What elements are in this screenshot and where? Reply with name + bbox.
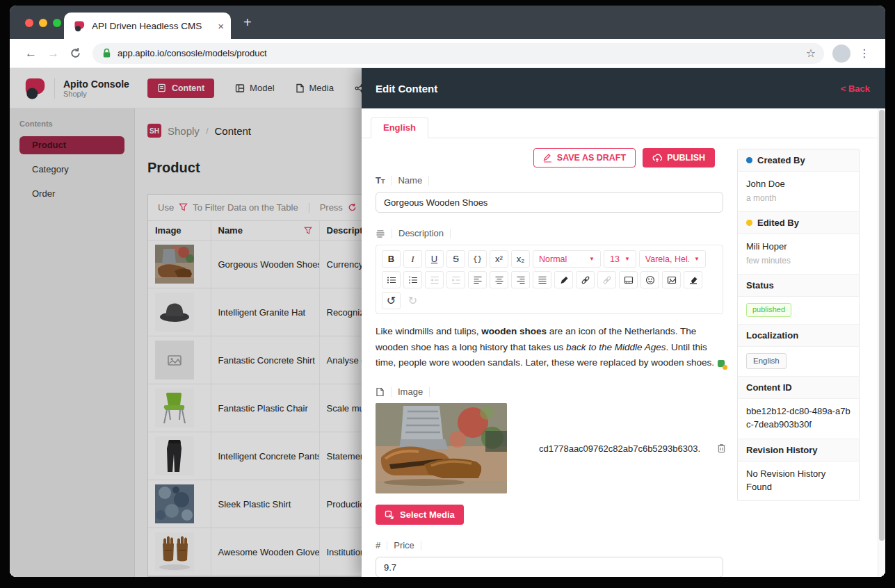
- font-size-select[interactable]: 13▼: [604, 250, 636, 268]
- drawer-actions: SAVE AS DRAFT PUBLISH: [362, 148, 715, 168]
- meta-header-text: Edited By: [757, 218, 799, 228]
- field-label-text: Description: [398, 228, 444, 238]
- back-icon[interactable]: ←: [25, 47, 37, 60]
- richtext-toolbar: B I U S {} x² x₂ Normal▼: [376, 245, 723, 314]
- select-media-icon: [385, 510, 394, 520]
- field-label-text: Name: [398, 175, 422, 186]
- divider: [387, 541, 387, 550]
- drawer-scrollbar[interactable]: [878, 108, 885, 577]
- tab-english[interactable]: English: [371, 117, 428, 138]
- drawer-header: Edit Content < Back: [362, 68, 885, 108]
- button-label: SAVE AS DRAFT: [557, 153, 626, 163]
- status-badge: published: [746, 303, 791, 317]
- grammar-assistant-icon[interactable]: [718, 360, 727, 370]
- insert-image-button[interactable]: [662, 271, 681, 288]
- italic-button[interactable]: I: [403, 250, 422, 268]
- divider: [450, 229, 451, 238]
- description-richtext[interactable]: Like windmills and tulips, wooden shoes …: [376, 324, 726, 371]
- edited-by-value: Mili Hoper few minutes: [738, 234, 859, 274]
- drawer-dim-overlay: [10, 68, 362, 577]
- select-media-button[interactable]: Select Media: [376, 505, 464, 525]
- status-value: published: [738, 297, 859, 324]
- name-input[interactable]: [376, 192, 723, 213]
- price-field-label: # Price: [376, 540, 723, 550]
- meta-header-text: Content ID: [746, 382, 792, 393]
- maximize-window-icon[interactable]: [53, 19, 61, 27]
- font-family-select[interactable]: Varela, Hel...▼: [639, 250, 706, 268]
- reload-icon[interactable]: [70, 47, 81, 59]
- delete-media-trash-icon[interactable]: [716, 443, 727, 454]
- ordered-list-button[interactable]: [403, 271, 422, 288]
- bold-button[interactable]: B: [382, 250, 401, 268]
- created-by-header: Created By: [738, 149, 859, 172]
- subscript-button[interactable]: x₂: [511, 250, 530, 268]
- unlink-button[interactable]: [597, 271, 616, 288]
- created-by-time: a month: [746, 193, 850, 204]
- text-type-icon: TT: [376, 175, 385, 186]
- emoji-button[interactable]: [640, 271, 659, 288]
- desc-run-bold: wooden shoes: [481, 326, 547, 336]
- underline-button[interactable]: U: [425, 250, 444, 268]
- select-value: Varela, Hel...: [645, 254, 689, 264]
- indent-button[interactable]: [446, 271, 465, 288]
- align-left-button[interactable]: [468, 271, 487, 288]
- new-tab-icon[interactable]: +: [243, 15, 252, 29]
- edited-by-header: Edited By: [738, 211, 859, 234]
- code-button[interactable]: {}: [468, 250, 487, 268]
- url-input[interactable]: app.apito.io/consosle/models/product ☆: [92, 43, 824, 64]
- justify-button[interactable]: [533, 271, 551, 288]
- divider: [421, 541, 421, 550]
- desc-run: Like windmills and tulips,: [376, 326, 481, 336]
- content-meta-panel: Created By John Doe a month Edited By Mi…: [737, 149, 860, 501]
- meta-header-text: Localization: [746, 330, 798, 341]
- superscript-button[interactable]: x²: [490, 250, 508, 268]
- save-as-draft-button[interactable]: SAVE AS DRAFT: [533, 148, 636, 168]
- url-text[interactable]: app.apito.io/consosle/models/product: [118, 48, 800, 58]
- forward-icon[interactable]: →: [47, 47, 59, 60]
- align-right-button[interactable]: [511, 271, 530, 288]
- content-id-value: bbe12b12-dc80-489a-a7bc-7deab903b30f: [738, 399, 859, 439]
- product-image-preview[interactable]: [376, 403, 507, 493]
- scrollbar-thumb[interactable]: [879, 110, 885, 541]
- bookmark-star-icon[interactable]: ☆: [806, 47, 816, 60]
- divider: [428, 176, 429, 186]
- redo-button[interactable]: ↻: [403, 292, 422, 309]
- field-label-text: Image: [398, 386, 423, 397]
- draft-pen-icon: [543, 154, 552, 163]
- language-tag[interactable]: English: [746, 353, 787, 369]
- embed-video-button[interactable]: [619, 271, 638, 288]
- button-label: Select Media: [400, 509, 455, 520]
- price-input[interactable]: [376, 557, 723, 577]
- paragraph-style-select[interactable]: Normal▼: [533, 250, 601, 268]
- divider: [391, 176, 392, 186]
- divider: [429, 387, 430, 397]
- select-value: 13: [610, 254, 620, 264]
- undo-button[interactable]: ↺: [382, 292, 401, 309]
- button-label: PUBLISH: [667, 153, 705, 163]
- link-button[interactable]: [576, 271, 595, 288]
- browser-menu-icon[interactable]: ⋮: [859, 47, 870, 60]
- browser-tab[interactable]: API Driven Headless CMS ×: [64, 13, 231, 39]
- edit-form: TT Name Description: [376, 175, 723, 577]
- profile-avatar[interactable]: [832, 44, 850, 63]
- favicon-apito-icon: [74, 20, 86, 32]
- bullet-list-button[interactable]: [382, 271, 401, 288]
- minimize-window-icon[interactable]: [39, 19, 47, 27]
- outdent-button[interactable]: [425, 271, 444, 288]
- publish-button[interactable]: PUBLISH: [643, 148, 715, 168]
- apito-app: Apito Console Shoply Content: [10, 68, 885, 577]
- highlight-pen-button[interactable]: [554, 271, 573, 288]
- paragraph-lines-icon: [376, 229, 385, 238]
- drawer-body: English SAVE AS DRAFT: [362, 108, 885, 577]
- traffic-lights[interactable]: [25, 19, 61, 27]
- strikethrough-button[interactable]: S: [446, 250, 465, 268]
- align-center-button[interactable]: [490, 271, 508, 288]
- description-field-label: Description: [376, 228, 723, 238]
- back-link[interactable]: < Back: [841, 83, 870, 94]
- close-window-icon[interactable]: [25, 19, 33, 27]
- clear-format-eraser-button[interactable]: [684, 271, 702, 288]
- browser-window: API Driven Headless CMS × + ← → app.apit…: [10, 6, 885, 577]
- select-value: Normal: [539, 254, 567, 264]
- tab-close-icon[interactable]: ×: [218, 20, 224, 32]
- media-file-hash: cd1778aac09762c82ab7c6b5293b6303.: [539, 443, 716, 454]
